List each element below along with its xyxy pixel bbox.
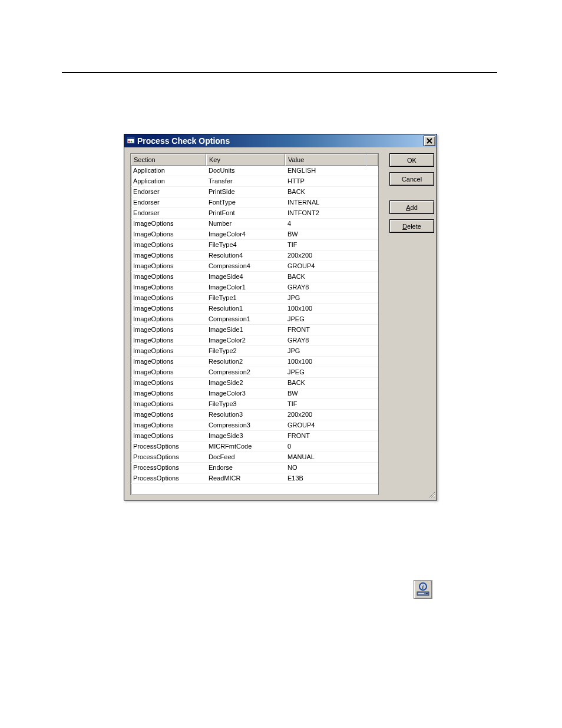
table-row[interactable]: ProcessOptionsDocFeedMANUAL (131, 452, 378, 463)
cell-spacer (366, 197, 378, 208)
cell-spacer (366, 293, 378, 304)
cell-value: JPG (285, 346, 366, 357)
cell-section: Application (131, 176, 206, 187)
table-row[interactable]: ProcessOptionsEndorseNO (131, 463, 378, 473)
table-row[interactable]: ImageOptionsResolution1100x100 (131, 304, 378, 314)
cell-key: FileType4 (206, 240, 285, 251)
header-section[interactable]: Section (131, 154, 206, 166)
cell-value: 0 (285, 442, 366, 452)
cell-key: Compression2 (206, 367, 285, 378)
cell-spacer (366, 473, 378, 484)
cell-spacer (366, 346, 378, 357)
cell-spacer (366, 399, 378, 410)
cell-key: FontType (206, 197, 285, 208)
table-row[interactable]: ImageOptionsCompression3GROUP4 (131, 420, 378, 431)
cell-key: Transfer (206, 176, 285, 187)
titlebar[interactable]: Process Check Options (124, 134, 437, 147)
cell-value: FRONT (285, 431, 366, 442)
table-row[interactable]: EndorserPrintSideBACK (131, 187, 378, 197)
cell-spacer (366, 240, 378, 251)
info-icon: i (415, 582, 431, 597)
cell-value: FRONT (285, 325, 366, 335)
svg-rect-16 (426, 593, 428, 594)
cancel-button[interactable]: Cancel (389, 172, 434, 186)
cell-section: ImageOptions (131, 325, 206, 335)
header-value[interactable]: Value (285, 154, 366, 166)
cell-empty (131, 484, 206, 495)
svg-rect-1 (127, 137, 134, 139)
cell-section: ImageOptions (131, 431, 206, 442)
table-row[interactable]: ImageOptionsImageColor4BW (131, 229, 378, 240)
cell-section: ImageOptions (131, 399, 206, 410)
cell-value: 200x200 (285, 251, 366, 261)
table-row[interactable]: ImageOptionsFileType1JPG (131, 293, 378, 304)
info-scanner-icon[interactable]: i (414, 580, 432, 599)
table-row[interactable]: ImageOptionsImageColor1GRAY8 (131, 282, 378, 293)
cell-section: ImageOptions (131, 410, 206, 420)
table-row[interactable]: ImageOptionsImageSide3FRONT (131, 431, 378, 442)
cell-spacer (366, 166, 378, 176)
table-row[interactable]: ImageOptionsResolution3200x200 (131, 410, 378, 420)
table-row[interactable]: ApplicationDocUnitsENGLISH (131, 166, 378, 176)
cell-key: Compression4 (206, 261, 285, 272)
table-row[interactable]: EndorserFontTypeINTERNAL (131, 197, 378, 208)
cell-spacer (366, 219, 378, 229)
cell-key: MICRFmtCode (206, 442, 285, 452)
table-row[interactable]: EndorserPrintFontINTFONT2 (131, 208, 378, 219)
cell-key: ImageSide2 (206, 378, 285, 388)
add-button[interactable]: Add (389, 200, 434, 214)
cell-section: ImageOptions (131, 261, 206, 272)
cell-value: BACK (285, 272, 366, 282)
table-row[interactable]: ImageOptionsFileType4TIF (131, 240, 378, 251)
table-row[interactable]: ProcessOptionsMICRFmtCode0 (131, 442, 378, 452)
cell-spacer (366, 208, 378, 219)
table-row[interactable]: ImageOptionsImageColor2GRAY8 (131, 335, 378, 346)
table-row[interactable]: ImageOptionsCompression2JPEG (131, 367, 378, 378)
cell-section: ImageOptions (131, 272, 206, 282)
cell-key: ImageSide3 (206, 431, 285, 442)
cell-value: E13B (285, 473, 366, 484)
cell-section: ProcessOptions (131, 452, 206, 463)
cell-spacer (366, 325, 378, 335)
table-row[interactable]: ProcessOptionsReadMICRE13B (131, 473, 378, 484)
window-icon (127, 137, 135, 145)
close-button[interactable] (424, 136, 435, 146)
cell-spacer (366, 187, 378, 197)
resize-grip[interactable] (427, 490, 435, 499)
cell-key: ImageColor3 (206, 388, 285, 399)
table-row[interactable]: ImageOptionsResolution4200x200 (131, 251, 378, 261)
cell-value: BACK (285, 378, 366, 388)
table-row[interactable]: ImageOptionsImageColor3BW (131, 388, 378, 399)
table-row[interactable]: ImageOptionsCompression1JPEG (131, 314, 378, 325)
cell-section: Endorser (131, 208, 206, 219)
options-listview[interactable]: Section Key Value ApplicationDocUnitsENG… (130, 153, 379, 495)
cell-key: ImageSide1 (206, 325, 285, 335)
table-row[interactable]: ImageOptionsImageSide4BACK (131, 272, 378, 282)
cell-section: ImageOptions (131, 335, 206, 346)
cell-value: JPG (285, 293, 366, 304)
table-row[interactable]: ImageOptionsFileType3TIF (131, 399, 378, 410)
table-row[interactable]: ImageOptionsResolution2100x100 (131, 357, 378, 367)
table-row[interactable]: ApplicationTransferHTTP (131, 176, 378, 187)
table-row[interactable]: ImageOptionsFileType2JPG (131, 346, 378, 357)
cell-key: Resolution2 (206, 357, 285, 367)
cell-section: ImageOptions (131, 367, 206, 378)
table-row[interactable]: ImageOptionsNumber4 (131, 219, 378, 229)
cell-empty (285, 484, 366, 495)
delete-button[interactable]: Delete (389, 219, 434, 233)
header-key[interactable]: Key (206, 154, 285, 166)
cell-value: HTTP (285, 176, 366, 187)
cell-value: NO (285, 463, 366, 473)
table-row[interactable]: ImageOptionsCompression4GROUP4 (131, 261, 378, 272)
cell-value: INTERNAL (285, 197, 366, 208)
cell-spacer (366, 452, 378, 463)
cell-value: JPEG (285, 367, 366, 378)
cell-spacer (366, 272, 378, 282)
table-row[interactable]: ImageOptionsImageSide2BACK (131, 378, 378, 388)
cell-value: GROUP4 (285, 261, 366, 272)
cell-section: ImageOptions (131, 293, 206, 304)
table-row[interactable]: ImageOptionsImageSide1FRONT (131, 325, 378, 335)
ok-button[interactable]: OK (389, 153, 434, 167)
cell-key: Number (206, 219, 285, 229)
listview-body[interactable]: ApplicationDocUnitsENGLISHApplicationTra… (131, 166, 378, 495)
